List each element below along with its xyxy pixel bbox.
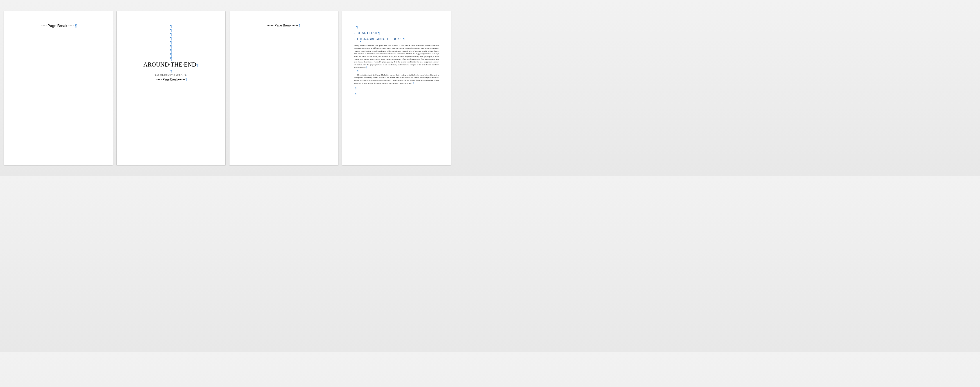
body-paragraph-2: He sat at the table in Clarke Hall after… xyxy=(354,74,439,85)
pilcrow-icon: ¶ xyxy=(131,45,211,49)
pilcrow-icon: ¶ xyxy=(131,49,211,53)
page-break-marker: Page Break ¶ xyxy=(131,78,211,81)
page-break-line-left xyxy=(41,25,47,26)
document-page-1[interactable]: Page Break ¶ xyxy=(4,11,113,165)
pilcrow-icon: ¶ xyxy=(356,25,358,29)
pilcrow-icon: ¶ xyxy=(131,57,211,61)
page-break-label: Page Break xyxy=(48,24,67,28)
pilcrow-icon: ¶ xyxy=(403,38,405,41)
pilcrow-icon: ¶ xyxy=(357,70,358,73)
page-break-line-right xyxy=(178,79,185,80)
chapter-heading: ▪ CHAPTER·II¶ xyxy=(354,31,439,35)
page-break-line-right xyxy=(68,25,74,26)
pilcrow-icon: ¶ xyxy=(355,87,356,90)
pilcrow-icon: ¶ xyxy=(366,66,367,69)
pilcrow-icon: ¶ xyxy=(131,53,211,57)
document-page-3[interactable]: Page Break ¶ xyxy=(229,11,338,165)
pilcrow-icon: ¶ xyxy=(360,41,361,44)
pilcrow-icon: ¶ xyxy=(131,24,211,28)
title-text: AROUND·THE·END xyxy=(143,61,196,68)
bullet-icon: ▪ xyxy=(354,32,355,35)
mid-pilcrow: ¶ xyxy=(357,70,439,73)
pilcrow-icon: ¶ xyxy=(196,62,199,67)
page-break-line-left xyxy=(267,25,274,25)
body-paragraph-1: Harry Merrow's remark was quite true, tr… xyxy=(354,45,439,69)
subheading-text: THE·RABBIT·AND·THE·DUKE xyxy=(356,37,402,41)
pilcrow-icon: ¶ xyxy=(131,28,211,32)
pilcrow-icon: ¶ xyxy=(413,82,414,84)
para2-text: He sat at the table in Clarke Hall after… xyxy=(354,74,439,84)
pilcrow-icon: ¶ xyxy=(355,92,356,95)
page-break-line-right xyxy=(292,25,298,25)
top-pilcrow: ¶ xyxy=(356,24,439,29)
book-title: AROUND·THE·END¶ xyxy=(131,61,211,68)
pilcrow-icon: ¶ xyxy=(185,78,187,81)
chapter-label: CHAPTER·II xyxy=(356,31,377,35)
bullet-icon: ▪ xyxy=(354,38,355,40)
pilcrow-icon: ¶ xyxy=(131,32,211,36)
document-page-4[interactable]: ¶ ▪ CHAPTER·II¶ ▪ THE·RABBIT·AND·THE·DUK… xyxy=(342,11,451,165)
pilcrow-icon: ¶ xyxy=(75,24,77,28)
pilcrow-icon: ¶ xyxy=(170,70,172,73)
page-break-marker: Page Break ¶ xyxy=(19,24,98,28)
para1-text: Harry Merrow's remark was quite true, tr… xyxy=(354,45,439,69)
pilcrow-icon: ¶ xyxy=(299,24,301,27)
page-break-label: Page Break xyxy=(163,78,178,81)
pilcrow-icon: ¶ xyxy=(131,36,211,40)
subheading: ▪ THE·RABBIT·AND·THE·DUKE¶ xyxy=(354,37,439,41)
sub-pilcrow: ¶ xyxy=(360,41,439,44)
empty-paragraphs: ¶ ¶ ¶ ¶ ¶ ¶ ¶ ¶ ¶ xyxy=(131,24,211,61)
page-break-label: Page Break xyxy=(274,24,291,27)
page-break-line-left xyxy=(156,79,162,80)
pilcrow-icon: ¶ xyxy=(131,40,211,45)
trailing-pilcrows: ¶ ¶ xyxy=(355,85,439,95)
author-text: RALPH·HENRY·BARBOUR xyxy=(154,74,186,77)
title-sub-pilcrow: ¶ xyxy=(131,68,211,73)
pilcrow-icon: ¶ xyxy=(186,74,187,77)
author-name: RALPH·HENRY·BARBOUR¶ xyxy=(131,74,211,77)
document-page-2[interactable]: ¶ ¶ ¶ ¶ ¶ ¶ ¶ ¶ ¶ AROUND·THE·END¶ ¶ RALP… xyxy=(117,11,225,165)
pilcrow-icon: ¶ xyxy=(378,32,380,35)
page-break-marker: Page Break ¶ xyxy=(244,24,324,27)
